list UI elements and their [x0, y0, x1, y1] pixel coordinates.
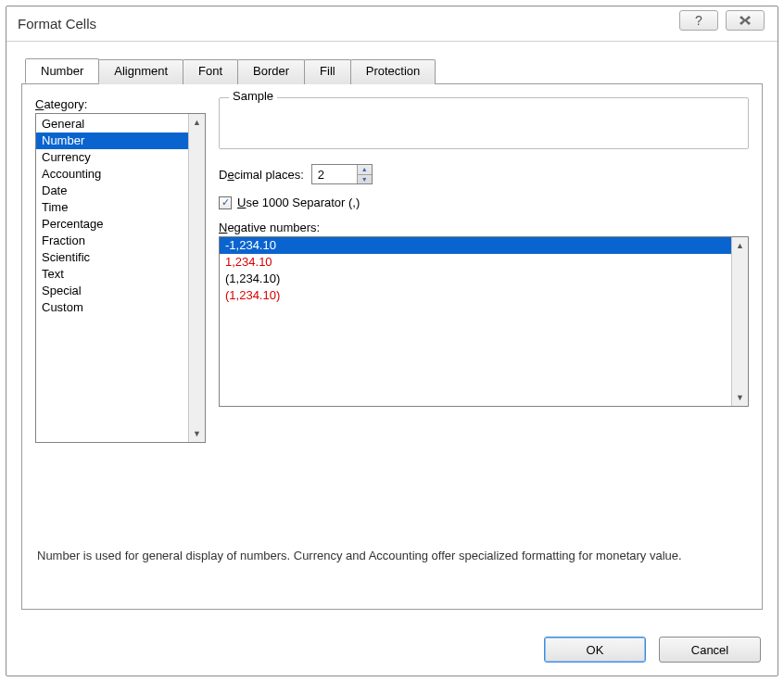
- thousand-separator-label: Use 1000 Separator (,): [237, 196, 360, 209]
- category-scrollbar[interactable]: ▲ ▼: [188, 114, 205, 442]
- category-item[interactable]: Percentage: [36, 216, 188, 233]
- dialog-footer: OK Cancel: [544, 637, 761, 663]
- decimal-places-spinner[interactable]: ▲ ▼: [311, 164, 373, 184]
- category-item[interactable]: Scientific: [36, 249, 188, 266]
- cancel-button[interactable]: Cancel: [659, 637, 761, 663]
- category-item[interactable]: Number: [36, 133, 188, 149]
- tab-border[interactable]: Border: [237, 59, 305, 84]
- decimal-places-input[interactable]: [312, 165, 357, 183]
- category-item[interactable]: Special: [36, 283, 188, 299]
- category-list[interactable]: GeneralNumberCurrencyAccountingDateTimeP…: [35, 113, 206, 443]
- dialog-title: Format Cells: [6, 16, 96, 32]
- negative-scrollbar[interactable]: ▲ ▼: [731, 237, 748, 406]
- ok-button[interactable]: OK: [544, 637, 646, 663]
- negative-format-item[interactable]: -1,234.10: [220, 237, 731, 254]
- category-item[interactable]: Custom: [36, 299, 188, 316]
- tab-protection[interactable]: Protection: [350, 59, 436, 84]
- close-button[interactable]: [726, 10, 765, 31]
- tabstrip: NumberAlignmentFontBorderFillProtection: [25, 58, 763, 83]
- tab-fill[interactable]: Fill: [304, 59, 351, 84]
- sample-label: Sample: [229, 89, 277, 103]
- category-item[interactable]: Fraction: [36, 233, 188, 249]
- sample-group: Sample: [219, 97, 749, 149]
- category-item[interactable]: Time: [36, 199, 188, 216]
- titlebar: Format Cells ?: [6, 6, 778, 42]
- category-item[interactable]: Accounting: [36, 166, 188, 183]
- tab-font[interactable]: Font: [183, 59, 238, 84]
- negative-numbers-list[interactable]: -1,234.101,234.10(1,234.10)(1,234.10) ▲ …: [219, 236, 749, 407]
- format-cells-dialog: Format Cells ? NumberAlignmentFontBorder…: [6, 6, 778, 676]
- tab-number[interactable]: Number: [25, 58, 99, 83]
- tab-panel-number: Category: GeneralNumberCurrencyAccountin…: [21, 83, 763, 610]
- close-icon: [739, 15, 752, 26]
- decimal-places-label: Decimal places:: [219, 168, 304, 182]
- negative-format-item[interactable]: (1,234.10): [220, 271, 731, 287]
- scroll-up-icon[interactable]: ▲: [189, 114, 205, 131]
- negative-format-item[interactable]: (1,234.10): [220, 287, 731, 304]
- spin-down-icon[interactable]: ▼: [358, 175, 372, 184]
- category-item[interactable]: General: [36, 116, 188, 133]
- scroll-up-icon[interactable]: ▲: [732, 237, 748, 254]
- help-button[interactable]: ?: [679, 10, 718, 31]
- category-description: Number is used for general display of nu…: [37, 548, 747, 564]
- negative-numbers-label: Negative numbers:: [219, 221, 749, 234]
- thousand-separator-checkbox[interactable]: ✓: [219, 196, 232, 209]
- category-label: Category:: [35, 97, 206, 111]
- category-item[interactable]: Currency: [36, 149, 188, 166]
- tab-alignment[interactable]: Alignment: [98, 59, 183, 84]
- category-item[interactable]: Text: [36, 266, 188, 283]
- negative-format-item[interactable]: 1,234.10: [220, 254, 731, 271]
- spin-up-icon[interactable]: ▲: [358, 165, 372, 175]
- scroll-down-icon[interactable]: ▼: [189, 425, 205, 442]
- scroll-down-icon[interactable]: ▼: [732, 389, 748, 406]
- category-item[interactable]: Date: [36, 183, 188, 199]
